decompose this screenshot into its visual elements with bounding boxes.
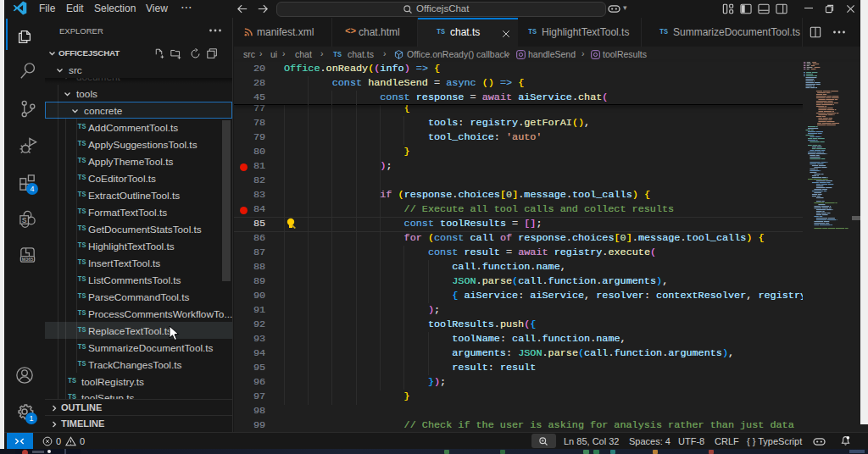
svg-text:S: S: [22, 216, 27, 224]
svg-text:M365: M365: [22, 257, 33, 262]
